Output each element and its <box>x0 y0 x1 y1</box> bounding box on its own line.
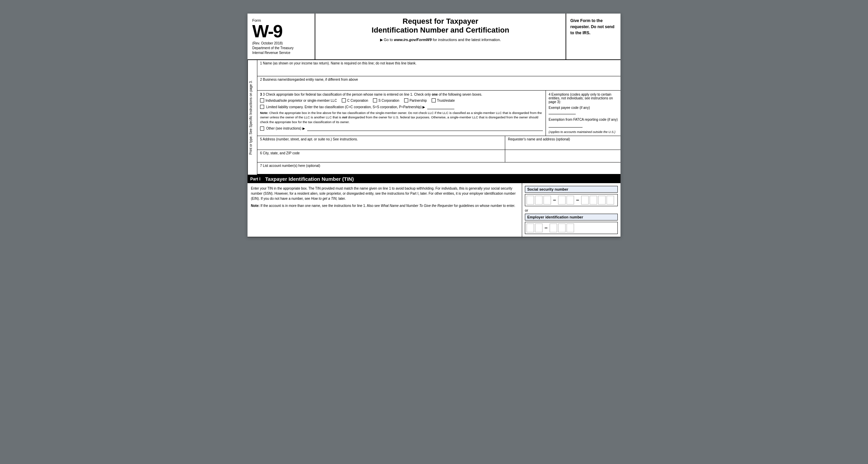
checkbox-llc-box[interactable] <box>260 105 264 109</box>
field-7-label: 7 List account number(s) here (optional) <box>260 164 320 168</box>
applies-note: (Applies to accounts maintained outside … <box>549 130 618 134</box>
form-body: Print or type. See Specific Instructions… <box>248 60 620 175</box>
ein-segment-2 <box>550 224 574 232</box>
field-2-row: 2 Business name/disregarded entity name,… <box>257 76 620 91</box>
form-rev: (Rev. October 2018) <box>252 41 310 45</box>
field-6-label: 6 City, state, and ZIP code <box>260 151 300 155</box>
field-7-row: 7 List account number(s) here (optional) <box>257 162 620 175</box>
checkbox-individual-box[interactable] <box>260 98 264 102</box>
part-1-para1: Enter your TIN in the appropriate box. T… <box>251 186 518 201</box>
requester-section: Requester's name and address (optional) <box>505 136 620 150</box>
part-1-title: Taxpayer Identification Number (TIN) <box>265 176 354 182</box>
field-3-label: 3 3 Check appropriate box for federal ta… <box>260 93 543 96</box>
part-1-header: Part I Taxpayer Identification Number (T… <box>248 175 620 183</box>
ssn-dash-1: – <box>553 197 556 203</box>
goto-url[interactable]: www.irs.gov/FormW9 <box>394 38 432 42</box>
checkbox-partnership-box[interactable] <box>404 98 408 102</box>
llc-row: Limited liability company. Enter the tax… <box>260 104 543 109</box>
ssn-cell-4[interactable] <box>558 196 566 205</box>
exempt-payee-label: Exempt payee code (if any) <box>549 106 618 115</box>
checkbox-c-corp-box[interactable] <box>342 98 346 102</box>
ssn-dash-2: – <box>576 197 579 203</box>
ein-cell-1[interactable] <box>527 224 534 232</box>
ssn-cell-9[interactable] <box>607 196 614 205</box>
ein-dash: – <box>545 225 548 231</box>
part-1-text: Enter your TIN in the appropriate box. T… <box>248 183 522 237</box>
ssn-segment-2 <box>558 196 574 205</box>
header-center: Request for Taxpayer Identification Numb… <box>315 14 566 59</box>
ein-box: – <box>525 222 618 234</box>
header-right: Give Form to the requester. Do not send … <box>566 14 620 59</box>
part-1-label: Part I <box>250 177 260 181</box>
form-title: Request for Taxpayer Identification Numb… <box>322 17 559 35</box>
sidebar-label: Print or type. See Specific Instructions… <box>248 60 257 175</box>
llc-input[interactable] <box>427 104 454 109</box>
checkbox-individual: Individual/sole proprietor or single-mem… <box>260 98 337 102</box>
fatca-input[interactable] <box>549 123 583 128</box>
part-1-note: Note: If the account is in more than one… <box>251 203 518 208</box>
exempt-payee-input[interactable] <box>549 110 576 114</box>
field-3-container: 3 3 Check appropriate box for federal ta… <box>257 91 620 136</box>
ssn-cell-8[interactable] <box>598 196 606 205</box>
ssn-segment-1 <box>527 196 551 205</box>
form-header: Form W-9 (Rev. October 2018) Department … <box>248 14 620 60</box>
form-dept: Department of the Treasury Internal Reve… <box>252 46 310 55</box>
checkbox-s-corp: S Corporation <box>373 98 399 102</box>
w9-form: Form W-9 (Rev. October 2018) Department … <box>248 14 620 237</box>
part-1-tin-boxes: Social security number – – <box>522 183 620 237</box>
field-3-right: 4 Exemptions (codes apply only to certai… <box>546 91 620 136</box>
ein-cell-5[interactable] <box>567 224 574 232</box>
or-text: or <box>525 208 618 212</box>
ein-cell-4[interactable] <box>558 224 566 232</box>
ssn-label: Social security number <box>525 186 618 193</box>
exemptions-header: 4 Exemptions (codes apply only to certai… <box>549 93 618 104</box>
address-section: 5 Address (number, street, and apt. or s… <box>257 136 620 150</box>
goto-line: ▶ Go to www.irs.gov/FormW9 for instructi… <box>322 38 559 42</box>
ein-segment-1 <box>527 224 542 232</box>
field-5-left: 5 Address (number, street, and apt. or s… <box>257 136 505 150</box>
ein-label: Employer identification number <box>525 214 618 220</box>
field-3-left: 3 3 Check appropriate box for federal ta… <box>257 91 546 136</box>
ssn-cell-7[interactable] <box>590 196 597 205</box>
ssn-cell-3[interactable] <box>544 196 551 205</box>
checkbox-trust: Trust/estate <box>432 98 455 102</box>
ein-cell-3[interactable] <box>550 224 557 232</box>
ssn-cell-6[interactable] <box>581 196 589 205</box>
checkbox-partnership: Partnership <box>404 98 427 102</box>
ssn-segment-3 <box>581 196 614 205</box>
header-left: Form W-9 (Rev. October 2018) Department … <box>248 14 315 59</box>
form-fields: 1 Name (as shown on your income tax retu… <box>257 60 620 175</box>
field-5-label: 5 Address (number, street, and apt. or s… <box>260 137 358 141</box>
checkbox-s-corp-box[interactable] <box>373 98 377 102</box>
ssn-cell-1[interactable] <box>527 196 534 205</box>
field-1-row: 1 Name (as shown on your income tax retu… <box>257 60 620 76</box>
field-6-left: 6 City, state, and ZIP code <box>257 150 505 162</box>
checkbox-c-corp: C Corporation <box>342 98 368 102</box>
note-text: Note: Check the appropriate box in the l… <box>260 111 543 124</box>
field-1-label: 1 Name (as shown on your income tax retu… <box>260 61 618 65</box>
fatca-label: Exemption from FATCA reporting code (if … <box>549 118 618 128</box>
other-row: Other (see instructions) ▶ <box>260 126 543 131</box>
city-right <box>505 150 620 162</box>
part-1-body: Enter your TIN in the appropriate box. T… <box>248 183 620 237</box>
ssn-cell-5[interactable] <box>567 196 574 205</box>
city-row: 6 City, state, and ZIP code <box>257 150 620 162</box>
checkbox-trust-box[interactable] <box>432 98 436 102</box>
part-1-section: Part I Taxpayer Identification Number (T… <box>248 175 620 237</box>
checkboxes-row: Individual/sole proprietor or single-mem… <box>260 98 543 102</box>
checkbox-other-box[interactable] <box>260 127 264 131</box>
form-number: W-9 <box>252 22 310 40</box>
ssn-box: – – <box>525 194 618 206</box>
field-2-label: 2 Business name/disregarded entity name,… <box>260 78 618 81</box>
ein-cell-2[interactable] <box>535 224 542 232</box>
other-input[interactable] <box>307 126 543 131</box>
ssn-cell-2[interactable] <box>535 196 542 205</box>
field-3-number: 3 <box>260 93 262 96</box>
requester-label: Requester's name and address (optional) <box>508 137 570 141</box>
